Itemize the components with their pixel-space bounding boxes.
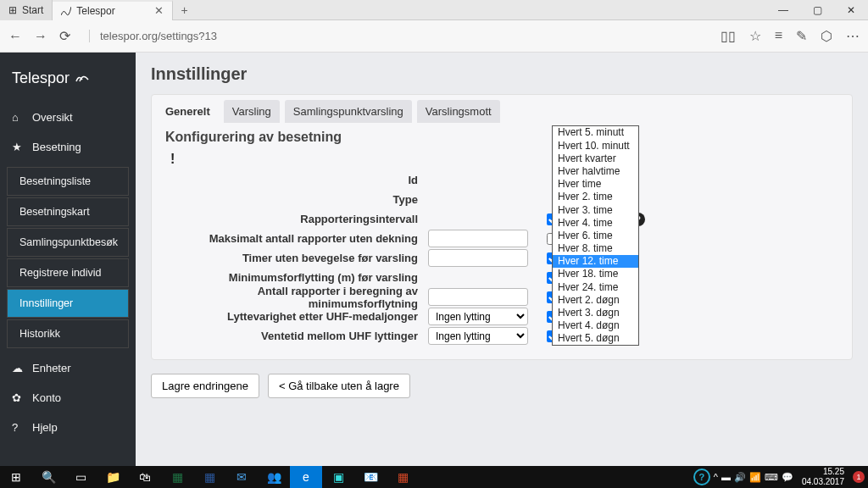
dropdown-option[interactable]: Hver 4. time	[553, 216, 638, 229]
hub-icon[interactable]: ≡	[775, 28, 782, 44]
brand-icon	[75, 71, 90, 86]
sidebar-item-oversikt[interactable]: ⌂ Oversikt	[0, 103, 136, 132]
label-timer: Timer uten bevegelse før varsling	[165, 252, 428, 264]
outlook-icon[interactable]: 📧	[354, 466, 387, 488]
clock-date: 04.03.2017	[802, 477, 844, 487]
dropdown-option[interactable]: Hvert 4. døgn	[553, 319, 638, 332]
start-menu-icon[interactable]: ⊞	[0, 466, 32, 488]
lang-icon[interactable]: ⌨	[765, 472, 778, 483]
url-text[interactable]: telespor.org/settings?13	[89, 30, 217, 42]
subnav-innstillinger[interactable]: Innstillinger	[7, 289, 129, 318]
sidebar-item-enheter[interactable]: ☁ Enheter	[0, 353, 136, 383]
show-hidden-icon[interactable]: ^	[714, 472, 718, 482]
battery-icon[interactable]: ▬	[721, 472, 731, 482]
mail-icon[interactable]: ✉	[225, 466, 258, 488]
dropdown-option[interactable]: Hver 2. time	[553, 191, 638, 203]
sidebar-item-hjelp[interactable]: ? Hjelp	[0, 413, 136, 442]
select-ventetid[interactable]: Ingen lytting	[428, 327, 528, 345]
favorite-icon[interactable]: ☆	[749, 28, 761, 44]
dropdown-option[interactable]: Hver halvtime	[553, 165, 638, 178]
share-icon[interactable]: ⬡	[821, 28, 832, 44]
section-title: Konfigurering av besetning	[165, 130, 838, 145]
tab-generelt[interactable]: Generelt	[157, 100, 219, 123]
save-button[interactable]: Lagre endringene	[151, 374, 259, 398]
store2-icon[interactable]: ▣	[322, 466, 354, 488]
people-icon[interactable]: 👥	[258, 466, 290, 488]
sidebar-label: Konto	[32, 391, 61, 404]
browser-tab-active[interactable]: Telespor ✕	[53, 0, 172, 20]
excel-icon[interactable]: ▦	[161, 466, 193, 488]
reading-view-icon[interactable]: ▯▯	[721, 28, 736, 44]
notes-icon[interactable]: ✎	[796, 28, 807, 44]
label-minforfly: Minimumsforflytting (m) før varsling	[165, 271, 428, 284]
wifi-icon[interactable]: 📶	[749, 472, 761, 483]
nav-back-icon[interactable]: ←	[8, 29, 22, 44]
new-tab-button[interactable]: +	[173, 3, 197, 17]
dropdown-option[interactable]: Hvert kvarter	[553, 152, 638, 164]
tab-samlingspunktvarsling[interactable]: Samlingspunktvarsling	[285, 100, 412, 123]
word-icon[interactable]: ▦	[193, 466, 225, 488]
sidebar-label: Besetning	[32, 141, 81, 153]
dropdown-option[interactable]: Hver 8. time	[553, 242, 638, 255]
subnav-besetningsliste[interactable]: Besetningsliste	[7, 167, 129, 196]
label-ventetid: Ventetid mellom UHF lyttinger	[165, 330, 428, 342]
tab-close-icon[interactable]: ✕	[154, 4, 164, 17]
select-lytte[interactable]: Ingen lytting	[428, 308, 528, 325]
store-icon[interactable]: 🛍	[129, 466, 161, 488]
dropdown-option[interactable]: Hver 3. time	[553, 203, 638, 216]
exclamation-mark: !	[165, 152, 838, 167]
sidebar-item-besetning[interactable]: ★ Besetning	[0, 132, 136, 162]
browser-tab-start[interactable]: ⊞ Start	[0, 0, 53, 20]
action-center-icon[interactable]: 💬	[782, 472, 793, 483]
nav-forward-icon[interactable]: →	[34, 29, 47, 44]
volume-icon[interactable]: 🔊	[734, 472, 746, 483]
input-antall[interactable]	[428, 288, 528, 306]
brand-logo: Telespor	[0, 61, 136, 103]
dropdown-option[interactable]: Hver time	[553, 178, 638, 191]
tab-varslingsmott[interactable]: Varslingsmott	[417, 100, 500, 123]
dropdown-option[interactable]: Hver 24. time	[553, 280, 638, 293]
task-view-icon[interactable]: ▭	[64, 466, 97, 488]
folder-icon[interactable]: 📁	[97, 466, 129, 488]
dropdown-option[interactable]: Hvert 3. døgn	[553, 307, 638, 319]
input-timer[interactable]	[428, 249, 528, 267]
tabs-row: Generelt Varsling Samlingspunktvarsling …	[152, 95, 852, 123]
interval-dropdown-popup[interactable]: Hvert 5. minuttHvert 10. minuttHvert kva…	[552, 125, 639, 346]
dropdown-option[interactable]: Hver 12. time	[553, 255, 638, 268]
page-title: Innstillinger	[151, 64, 853, 84]
start-tab-icon: ⊞	[8, 4, 17, 16]
dropdown-option[interactable]: Hvert 5. minutt	[553, 126, 638, 139]
input-maks[interactable]	[428, 230, 528, 247]
dropdown-option[interactable]: Hvert 5. døgn	[553, 332, 638, 345]
label-rapporteringsintervall: Rapporteringsintervall	[165, 213, 428, 225]
clock[interactable]: 15.25 04.03.2017	[797, 467, 849, 487]
edge-icon[interactable]: e	[290, 466, 322, 488]
window-maximize-button[interactable]: ▢	[800, 0, 834, 20]
more-icon[interactable]: ⋯	[846, 28, 860, 44]
dropdown-option[interactable]: Hver 18. time	[553, 268, 638, 280]
dropdown-option[interactable]: Hver 6. time	[553, 230, 638, 242]
search-icon[interactable]: 🔍	[32, 466, 64, 488]
star-icon: ★	[12, 141, 24, 153]
window-close-button[interactable]: ✕	[834, 0, 868, 20]
dropdown-option[interactable]: Hvert 10. minutt	[553, 139, 638, 152]
tab-varsling[interactable]: Varsling	[224, 100, 280, 123]
back-button[interactable]: < Gå tilbake uten å lagre	[268, 374, 410, 398]
subnav-historikk[interactable]: Historikk	[7, 319, 129, 348]
window-minimize-button[interactable]: —	[766, 0, 800, 20]
nav-refresh-icon[interactable]: ⟳	[59, 28, 70, 44]
subnav-besetningskart[interactable]: Besetningskart	[7, 197, 129, 226]
label-type: Type	[165, 193, 428, 206]
notification-badge[interactable]: 1	[853, 471, 865, 483]
sidebar-item-konto[interactable]: ✿ Konto	[0, 383, 136, 413]
help-badge-icon[interactable]: ?	[693, 469, 710, 485]
help-icon: ?	[12, 421, 24, 434]
subnav-registrere[interactable]: Registrere individ	[7, 258, 129, 287]
powerpoint-icon[interactable]: ▦	[387, 466, 419, 488]
content-area: Innstillinger Generelt Varsling Samlings…	[136, 53, 868, 466]
dropdown-option[interactable]: Hvert 2. døgn	[553, 293, 638, 306]
label-lytte: Lyttevarighet etter UHF-medaljonger	[165, 310, 428, 323]
window-chrome: ⊞ Start Telespor ✕ + — ▢ ✕	[0, 0, 868, 20]
address-bar: ← → ⟳ telespor.org/settings?13 ▯▯ ☆ ≡ ✎ …	[0, 20, 868, 53]
subnav-samlingspunkt[interactable]: Samlingspunktbesøk	[7, 228, 129, 257]
